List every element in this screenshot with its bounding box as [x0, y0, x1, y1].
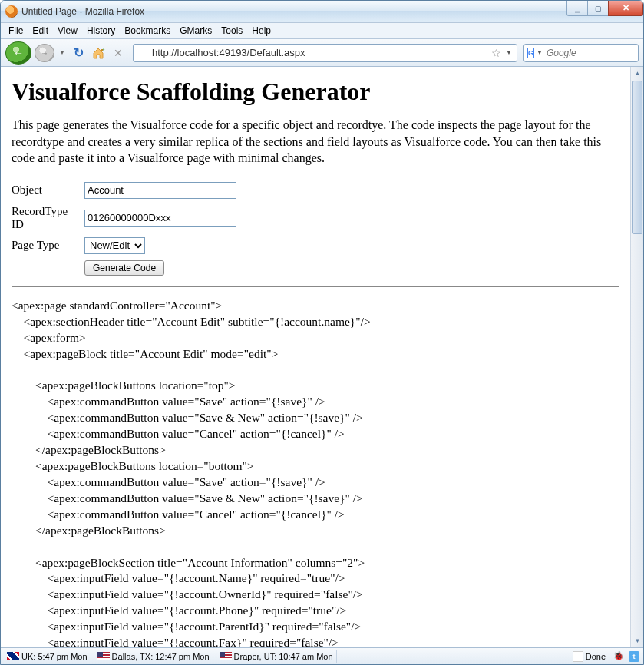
- nav-forward-button[interactable]: →: [35, 44, 54, 62]
- input-form: Object RecordType ID Page Type New/Edit …: [12, 179, 241, 279]
- home-button[interactable]: +: [90, 45, 107, 61]
- vertical-scrollbar[interactable]: ▲ ▼: [630, 67, 643, 647]
- window-titlebar: Untitled Page - Mozilla Firefox ▁ ▢ ✕: [1, 1, 643, 23]
- page-description: This page generates the Visualforce code…: [12, 117, 619, 167]
- firefox-icon: [5, 5, 18, 18]
- bookmark-star-icon[interactable]: ☆: [490, 47, 503, 59]
- page-viewport: ▲ ▼ Visualforce Scaffolding Generator Th…: [1, 67, 643, 647]
- window-title: Untitled Page - Mozilla Firefox: [21, 6, 567, 17]
- twitter-icon[interactable]: t: [628, 650, 640, 663]
- scroll-thumb[interactable]: [632, 81, 642, 234]
- nav-history-dropdown[interactable]: ▼: [58, 44, 67, 62]
- menu-bookmarks[interactable]: Bookmarks: [120, 24, 175, 38]
- nav-back-button[interactable]: ←: [5, 41, 31, 65]
- object-input[interactable]: [84, 182, 236, 199]
- divider: [12, 286, 619, 287]
- generate-code-button[interactable]: Generate Code: [84, 260, 164, 276]
- recordtype-input[interactable]: [84, 210, 236, 227]
- reload-button[interactable]: ↻: [70, 45, 87, 61]
- status-bar: UK: 5:47 pm Mon Dallas, TX: 12:47 pm Mon…: [1, 647, 643, 664]
- page-icon: [573, 651, 583, 662]
- url-input[interactable]: [150, 46, 490, 59]
- menu-view[interactable]: View: [53, 24, 82, 38]
- window-close-button[interactable]: ✕: [608, 1, 643, 16]
- status-done: Done: [570, 650, 609, 663]
- us-flag-icon: [97, 652, 110, 660]
- stop-button[interactable]: ✕: [110, 45, 127, 61]
- menu-help[interactable]: Help: [247, 24, 276, 38]
- page-heading: Visualforce Scaffolding Generator: [12, 78, 619, 106]
- status-clock-uk: UK: 5:47 pm Mon: [4, 650, 91, 663]
- browser-menubar: File Edit View History Bookmarks GMarks …: [1, 23, 643, 39]
- menu-tools[interactable]: Tools: [216, 24, 247, 38]
- object-label: Object: [12, 179, 84, 202]
- url-dropdown-icon[interactable]: ▼: [503, 49, 514, 56]
- page-favicon: [137, 48, 147, 58]
- window-minimize-button[interactable]: ▁: [566, 1, 588, 16]
- menu-file[interactable]: File: [4, 24, 28, 38]
- scroll-down-arrow[interactable]: ▼: [631, 634, 643, 647]
- us-flag-icon: [220, 652, 232, 660]
- status-clock-dallas: Dallas, TX: 12:47 pm Mon: [94, 650, 213, 663]
- menu-history[interactable]: History: [82, 24, 120, 38]
- browser-toolbar: ← → ▼ ↻ + ✕ ☆ ▼ G ▼ 🔍: [1, 39, 643, 67]
- search-input[interactable]: [545, 47, 644, 59]
- google-icon: G: [527, 48, 534, 58]
- scroll-up-arrow[interactable]: ▲: [631, 67, 643, 80]
- status-clock-draper: Draper, UT: 10:47 am Mon: [216, 650, 337, 663]
- search-box[interactable]: G ▼ 🔍: [523, 44, 639, 62]
- menu-edit[interactable]: Edit: [28, 24, 53, 38]
- pagetype-select[interactable]: New/Edit: [84, 237, 145, 254]
- generated-code-output: <apex:page standardController="Account">…: [12, 298, 619, 647]
- window-maximize-button[interactable]: ▢: [587, 1, 609, 16]
- svg-text:+: +: [102, 47, 105, 51]
- pagetype-label: Page Type: [12, 234, 84, 257]
- uk-flag-icon: [7, 652, 19, 660]
- url-bar[interactable]: ☆ ▼: [133, 44, 517, 62]
- menu-gmarks[interactable]: GMarks: [175, 24, 216, 38]
- recordtype-label: RecordType ID: [12, 202, 84, 234]
- firebug-icon[interactable]: 🐞: [613, 650, 625, 663]
